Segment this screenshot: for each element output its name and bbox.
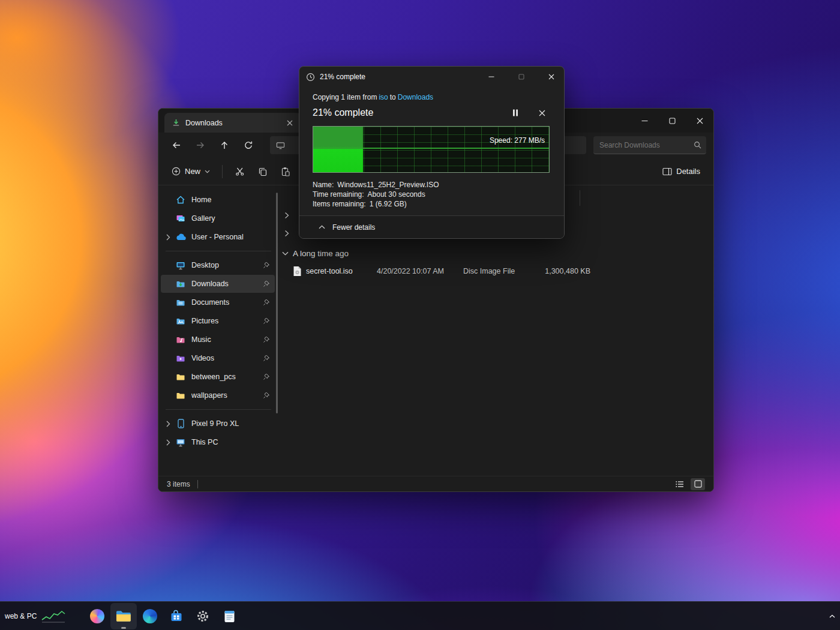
sidebar-item-between-pcs[interactable]: between_pcs <box>161 368 275 386</box>
sidebar-item-label: between_pcs <box>191 373 262 381</box>
fewer-details-toggle[interactable]: Fewer details <box>299 215 564 238</box>
store-button[interactable] <box>163 603 190 629</box>
plus-icon <box>172 167 181 176</box>
name-label: Name: <box>313 180 334 190</box>
sidebar-item-videos[interactable]: Videos <box>161 349 275 367</box>
chevron-up-icon <box>829 614 835 618</box>
notepad-icon <box>224 610 235 623</box>
name-value: Windows11_25H2_Preview.ISO <box>337 181 439 189</box>
show-hidden-icons-button[interactable] <box>824 602 840 630</box>
edge-button[interactable] <box>137 603 163 629</box>
chevron-right-icon[interactable] <box>161 439 175 446</box>
sidebar-item-label: Pixel 9 Pro XL <box>191 419 271 428</box>
search-icon <box>694 141 701 149</box>
group-header-a-long-time-ago[interactable]: A long time ago <box>282 245 349 261</box>
search-input[interactable] <box>599 141 694 149</box>
items-remaining-value: 1 (6.92 GB) <box>370 200 407 208</box>
sidebar-item-label: Videos <box>191 354 262 362</box>
forward-button[interactable] <box>190 136 211 155</box>
column-separator[interactable] <box>580 190 580 206</box>
sidebar-item-gallery[interactable]: Gallery <box>161 209 275 227</box>
percent-complete-label: 21% complete <box>313 107 498 118</box>
search-box[interactable] <box>593 136 706 154</box>
sidebar-scrollbar[interactable] <box>276 193 278 413</box>
pin-icon <box>262 392 271 399</box>
source-folder-link[interactable]: iso <box>379 93 388 101</box>
copying-description: Copying 1 item fromisotoDownloads <box>313 93 551 101</box>
sidebar-item-label: Documents <box>191 298 262 307</box>
widgets-button[interactable]: web & PC <box>0 602 85 630</box>
sidebar-item-music[interactable]: Music <box>161 331 275 349</box>
progress-clock-icon <box>306 73 315 82</box>
sidebar-item-downloads[interactable]: Downloads <box>161 275 275 293</box>
sidebar-item-label: Pictures <box>191 317 262 325</box>
large-icons-view-button[interactable] <box>691 478 705 490</box>
documents-icon <box>175 298 186 307</box>
sidebar-item-pixel-9-pro-xl[interactable]: Pixel 9 Pro XL <box>161 415 275 433</box>
copying-connector: to <box>390 93 396 101</box>
pin-icon <box>262 280 271 287</box>
details-pane-button[interactable]: Details <box>656 162 706 181</box>
pin-icon <box>262 299 271 306</box>
destination-folder-link[interactable]: Downloads <box>398 93 433 101</box>
toolbar-divider <box>222 165 223 178</box>
maximize-button[interactable] <box>658 109 686 133</box>
minimize-button[interactable] <box>631 109 658 133</box>
chevron-right-icon[interactable] <box>161 421 175 427</box>
sidebar: Home Gallery User - Personal Desktop <box>158 185 278 477</box>
sidebar-item-desktop[interactable]: Desktop <box>161 256 275 274</box>
new-button[interactable]: New <box>166 162 216 181</box>
gallery-icon <box>175 214 186 223</box>
copy-button[interactable] <box>251 162 274 181</box>
notepad-button[interactable] <box>216 603 242 629</box>
progress-fill <box>313 127 363 172</box>
dialog-minimize-button[interactable] <box>479 67 504 87</box>
tab-title: Downloads <box>185 119 278 127</box>
file-row-secret-tool-iso[interactable]: secret-tool.iso 4/20/2022 10:07 AM Disc … <box>278 262 709 280</box>
downloads-icon <box>175 280 186 289</box>
sidebar-item-wallpapers[interactable]: wallpapers <box>161 386 275 404</box>
home-icon <box>175 195 186 205</box>
file-explorer-button[interactable] <box>110 603 137 629</box>
dialog-maximize-button[interactable] <box>509 67 534 87</box>
group-header-label: A long time ago <box>293 249 349 258</box>
back-button[interactable] <box>166 136 187 155</box>
statusbar-divider <box>197 480 198 488</box>
sidebar-separator <box>166 409 271 410</box>
cancel-copy-button[interactable] <box>533 106 551 120</box>
tab-close-button[interactable] <box>283 116 296 130</box>
sidebar-item-this-pc[interactable]: This PC <box>161 433 275 451</box>
close-button[interactable] <box>686 109 713 133</box>
file-type: Disc Image File <box>463 267 535 275</box>
fewer-details-label: Fewer details <box>332 223 375 232</box>
chevron-right-icon <box>284 212 289 219</box>
sidebar-item-documents[interactable]: Documents <box>161 293 275 311</box>
copying-prefix: Copying 1 item from <box>313 93 377 101</box>
desktop: Downloads <box>0 0 840 630</box>
sidebar-item-onedrive-personal[interactable]: User - Personal <box>161 228 275 246</box>
collapsed-group-row[interactable] <box>284 226 289 241</box>
sidebar-item-home[interactable]: Home <box>161 191 275 209</box>
dialog-close-button[interactable] <box>539 67 564 87</box>
music-icon <box>175 335 186 344</box>
explorer-tab-downloads[interactable]: Downloads <box>164 113 301 133</box>
collapsed-group-row[interactable] <box>284 208 289 223</box>
pause-button[interactable] <box>506 106 524 120</box>
cut-button[interactable] <box>229 162 251 181</box>
time-remaining-label: Time remaining: <box>313 190 364 199</box>
paste-button[interactable] <box>274 162 297 181</box>
refresh-button[interactable] <box>238 136 259 155</box>
widget-label: web & PC <box>5 612 37 620</box>
detail-name-row: Name:Windows11_25H2_Preview.ISO <box>313 180 551 190</box>
sidebar-item-pictures[interactable]: Pictures <box>161 312 275 330</box>
copilot-button[interactable] <box>84 603 110 629</box>
chevron-right-icon[interactable] <box>161 234 175 241</box>
settings-button[interactable] <box>190 603 216 629</box>
chevron-down-icon <box>282 251 289 256</box>
phone-icon <box>175 419 186 428</box>
up-button[interactable] <box>214 136 235 155</box>
dialog-title-bar[interactable]: 21% complete <box>299 67 564 87</box>
details-view-button[interactable] <box>673 478 687 490</box>
items-count: 3 items <box>167 480 190 488</box>
view-toggles <box>673 478 705 490</box>
